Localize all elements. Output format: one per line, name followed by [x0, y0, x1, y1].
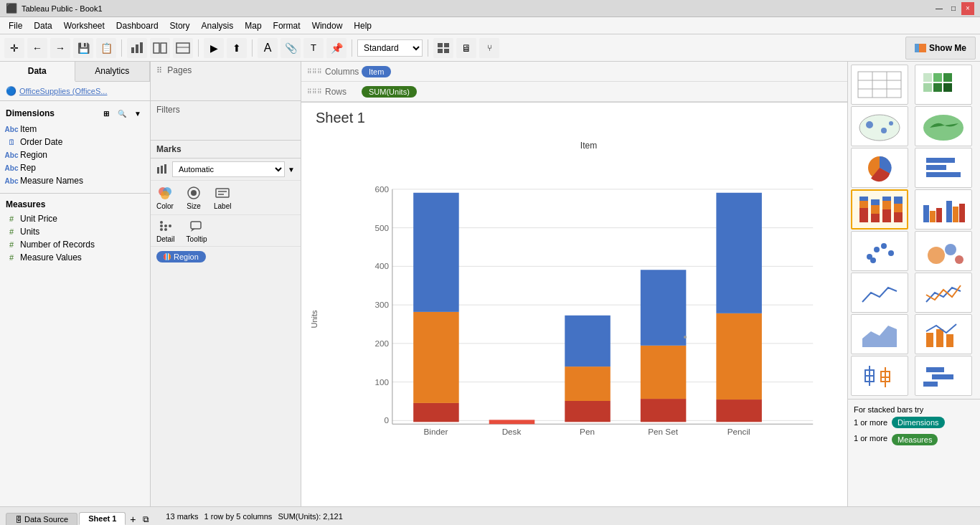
columns-item-pill[interactable]: Item — [362, 66, 391, 77]
svg-rect-3 — [154, 43, 159, 53]
toolbar-forward[interactable]: → — [50, 38, 70, 58]
marks-label-btn[interactable]: Label — [214, 185, 231, 210]
chart-type-side-by-side-bar[interactable] — [915, 189, 972, 230]
field-item[interactable]: Abc Measure Names — [0, 174, 150, 187]
menu-analysis[interactable]: Analysis — [196, 19, 240, 32]
svg-text:Binder: Binder — [424, 427, 448, 436]
menu-worksheet[interactable]: Worksheet — [58, 19, 110, 32]
svg-point-78 — [889, 121, 893, 126]
toolbar-save[interactable]: 💾 — [73, 38, 93, 58]
field-item[interactable]: # Measure Values — [0, 251, 150, 264]
field-item[interactable]: # Number of Records — [0, 238, 150, 251]
menu-file[interactable]: File — [3, 19, 28, 32]
toolbar-text[interactable]: T — [303, 38, 324, 58]
filters-label: Filters — [151, 101, 301, 118]
region-pill[interactable]: Region — [156, 251, 206, 262]
svg-rect-46 — [413, 403, 459, 422]
menu-story[interactable]: Story — [164, 19, 196, 32]
chart-type-h-bar[interactable] — [915, 148, 972, 188]
duplicate-sheet-btn[interactable]: ⧉ — [140, 514, 151, 525]
left-panel: Data Analytics 🔵 OfficeSupplies (OfficeS… — [0, 62, 151, 506]
chart-type-symbol-map[interactable] — [851, 106, 908, 146]
dimensions-grid-view[interactable]: ⊞ — [100, 107, 113, 120]
toolbar-monitor[interactable]: 🖥 — [456, 38, 476, 58]
field-item[interactable]: Abc Rep — [0, 161, 150, 174]
dimensions-header[interactable]: Dimensions ⊞ 🔍 ▼ — [0, 104, 150, 123]
svg-text:500: 500 — [374, 223, 389, 232]
svg-point-104 — [881, 243, 887, 249]
chart-type-dual-combination[interactable] — [915, 314, 972, 354]
toolbar-select[interactable] — [173, 38, 193, 58]
chart-type-scatter-plot[interactable] — [851, 231, 908, 271]
menu-map[interactable]: Map — [239, 19, 267, 32]
svg-rect-100 — [953, 207, 958, 222]
marks-detail-btn[interactable]: Detail — [156, 218, 175, 243]
rows-sum-units-pill[interactable]: SUM(Units) — [362, 86, 417, 98]
maximize-button[interactable]: □ — [947, 2, 960, 15]
field-item[interactable]: Abc Region — [0, 148, 150, 161]
toolbar-publish[interactable]: ⬆ — [227, 38, 247, 58]
menu-format[interactable]: Format — [268, 19, 306, 32]
dimensions-badge[interactable]: Dimensions — [892, 417, 944, 428]
toolbar-crosshair[interactable]: ✛ — [4, 38, 24, 58]
toolbar-grid[interactable] — [433, 38, 453, 58]
chart-type-dual-lines[interactable] — [915, 273, 972, 313]
field-type-icon: Abc — [6, 124, 17, 134]
minimize-button[interactable]: — — [933, 2, 946, 15]
marks-panel: Marks Automatic Bar Line Area Circle Squ… — [151, 141, 301, 267]
measures-badge[interactable]: Measures — [892, 434, 938, 445]
toolbar-group[interactable] — [150, 38, 170, 58]
chart-type-heat-map[interactable] — [915, 65, 972, 105]
toolbar-new-sheet[interactable]: 📋 — [96, 38, 116, 58]
toolbar-back[interactable]: ← — [27, 38, 47, 58]
section-divider — [0, 193, 150, 194]
toolbar-share[interactable]: ⑂ — [479, 38, 499, 58]
chart-type-box-whisker[interactable] — [851, 356, 908, 396]
datasource-tab[interactable]: 🗄 Data Source — [6, 513, 77, 525]
toolbar-present[interactable]: ▶ — [204, 38, 224, 58]
tab-analytics[interactable]: Analytics — [75, 62, 151, 81]
field-item[interactable]: Abc Item — [0, 123, 150, 136]
show-me-button[interactable]: Show Me — [905, 37, 976, 60]
marks-size-btn[interactable]: Size — [185, 185, 202, 210]
svg-rect-7 — [438, 43, 443, 47]
field-item[interactable]: # Unit Price — [0, 212, 150, 225]
marks-type-select[interactable]: Automatic Bar Line Area Circle Square Sh… — [172, 161, 285, 177]
menu-dashboard[interactable]: Dashboard — [110, 19, 164, 32]
sheet1-tab[interactable]: Sheet 1 — [79, 512, 126, 525]
menu-help[interactable]: Help — [348, 19, 377, 32]
chart-type-gantt[interactable] — [915, 356, 972, 396]
field-item[interactable]: 🗓 Order Date — [0, 136, 150, 148]
dimensions-more[interactable]: ▼ — [131, 107, 144, 120]
tab-data[interactable]: Data — [0, 62, 75, 82]
measures-header[interactable]: Measures — [0, 197, 150, 212]
add-sheet-btn[interactable]: + — [127, 514, 138, 525]
field-item[interactable]: # Units — [0, 225, 150, 238]
chart-type-filled-map[interactable] — [915, 106, 972, 146]
dimensions-search[interactable]: 🔍 — [116, 107, 128, 120]
toolbar-clip[interactable]: 📎 — [281, 38, 301, 58]
field-type-icon: # — [6, 252, 17, 262]
chart-svg: 0 100 200 300 400 500 600 — [344, 154, 833, 463]
chart-type-area[interactable] — [851, 314, 908, 354]
standard-select[interactable]: Standard Fit Width Fit Height Entire Vie… — [357, 39, 423, 57]
close-button[interactable]: × — [961, 2, 974, 15]
chart-type-pie[interactable] — [851, 148, 908, 188]
svg-point-18 — [191, 190, 197, 196]
pages-shelf: ⠿ Pages — [151, 62, 301, 101]
chart-type-text-table[interactable] — [851, 65, 908, 105]
menu-window[interactable]: Window — [306, 19, 349, 32]
marks-color-btn[interactable]: Color — [156, 185, 174, 210]
toolbar-color-a[interactable]: A — [258, 38, 278, 58]
toolbar-chart-type[interactable] — [127, 38, 147, 58]
menu-data[interactable]: Data — [28, 19, 57, 32]
chart-type-bubble[interactable] — [915, 231, 972, 271]
toolbar-pin[interactable]: 📌 — [326, 38, 347, 58]
svg-point-75 — [859, 115, 900, 141]
marks-tooltip-btn[interactable]: Tooltip — [187, 218, 207, 243]
datasource-info[interactable]: 🔵 OfficeSupplies (OfficeS... — [0, 82, 150, 101]
chart-type-stacked-bar[interactable] — [851, 189, 908, 230]
chart-type-line[interactable] — [851, 273, 908, 313]
chart-area: Item Units — [301, 133, 847, 506]
svg-rect-72 — [923, 83, 932, 92]
